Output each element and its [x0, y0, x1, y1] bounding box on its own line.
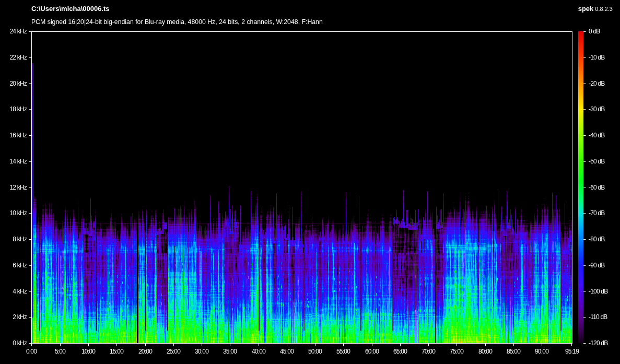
svg-text:20 kHz: 20 kHz: [9, 80, 27, 87]
svg-text:95:19: 95:19: [565, 348, 579, 355]
svg-text:75:00: 75:00: [450, 348, 464, 355]
svg-text:16 kHz: 16 kHz: [9, 132, 27, 139]
svg-text:0 dB: 0 dB: [589, 28, 600, 35]
svg-text:24 kHz: 24 kHz: [9, 28, 27, 35]
svg-text:65:00: 65:00: [393, 348, 407, 355]
svg-text:18 kHz: 18 kHz: [9, 105, 27, 113]
svg-text:0 kHz: 0 kHz: [13, 339, 27, 347]
svg-text:-60 dB: -60 dB: [589, 184, 605, 191]
svg-text:-90 dB: -90 dB: [589, 262, 605, 269]
svg-text:35:00: 35:00: [223, 348, 237, 355]
svg-text:90:00: 90:00: [535, 348, 549, 355]
svg-text:5:00: 5:00: [55, 348, 66, 355]
svg-text:2 kHz: 2 kHz: [13, 313, 27, 321]
svg-text:85:00: 85:00: [507, 348, 521, 355]
svg-text:0:00: 0:00: [26, 348, 37, 355]
svg-text:50:00: 50:00: [308, 348, 322, 355]
svg-text:20:00: 20:00: [138, 348, 153, 355]
svg-text:40:00: 40:00: [252, 348, 266, 355]
svg-text:70:00: 70:00: [422, 348, 436, 355]
svg-text:-50 dB: -50 dB: [589, 158, 605, 165]
svg-text:80:00: 80:00: [478, 348, 493, 355]
svg-text:4 kHz: 4 kHz: [13, 288, 27, 295]
svg-text:60:00: 60:00: [365, 348, 379, 355]
svg-text:22 kHz: 22 kHz: [9, 54, 27, 61]
svg-text:10 kHz: 10 kHz: [9, 209, 27, 217]
svg-text:15:00: 15:00: [110, 348, 124, 355]
svg-text:PCM signed 16|20|24-bit big-en: PCM signed 16|20|24-bit big-endian for B…: [31, 18, 323, 26]
svg-text:-30 dB: -30 dB: [589, 105, 605, 113]
svg-text:-80 dB: -80 dB: [589, 236, 605, 243]
svg-text:6 kHz: 6 kHz: [13, 262, 27, 269]
svg-text:-120 dB: -120 dB: [589, 339, 608, 347]
svg-text:spek 0.8.2.3: spek 0.8.2.3: [578, 5, 613, 13]
svg-text:8 kHz: 8 kHz: [13, 236, 27, 243]
svg-text:30:00: 30:00: [195, 348, 209, 355]
svg-text:12 kHz: 12 kHz: [9, 184, 27, 191]
svg-text:-70 dB: -70 dB: [589, 209, 605, 217]
svg-text:45:00: 45:00: [280, 348, 294, 355]
svg-text:-20 dB: -20 dB: [589, 80, 605, 87]
svg-text:-40 dB: -40 dB: [589, 132, 605, 139]
svg-text:-100 dB: -100 dB: [589, 288, 608, 295]
svg-text:-10 dB: -10 dB: [589, 54, 605, 61]
svg-text:55:00: 55:00: [336, 348, 350, 355]
svg-text:10:00: 10:00: [81, 348, 96, 355]
svg-text:14 kHz: 14 kHz: [9, 158, 27, 165]
svg-text:25:00: 25:00: [167, 348, 181, 355]
svg-text:-110 dB: -110 dB: [589, 313, 607, 321]
svg-text:C:\Users\micha\00006.ts: C:\Users\micha\00006.ts: [31, 5, 110, 13]
